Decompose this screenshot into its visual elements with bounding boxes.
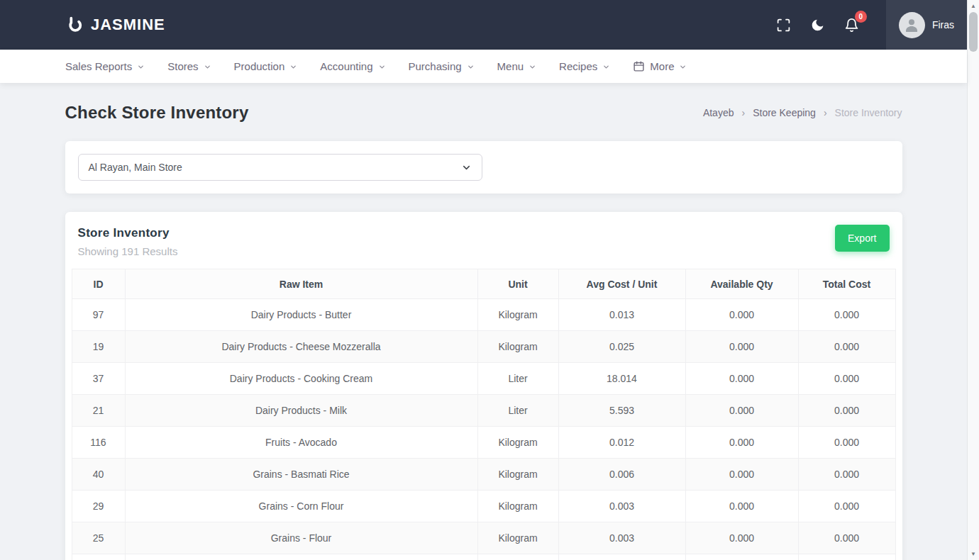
notifications-bell-icon[interactable]: 0 [844, 16, 861, 33]
calendar-icon [633, 60, 645, 72]
table-cell: 0.000 [798, 522, 895, 554]
table-cell: 0.000 [685, 363, 798, 395]
notification-badge: 0 [855, 11, 867, 23]
inventory-table-wrap: IDRaw ItemUnitAvg Cost / UnitAvailable Q… [72, 269, 896, 560]
breadcrumb-item[interactable]: Atayeb [703, 107, 734, 118]
table-cell: Dairy Products - Butter [125, 299, 477, 331]
table-cell: 0.000 [685, 491, 798, 522]
table-cell: 0.006 [558, 459, 685, 491]
table-cell: 0.000 [798, 459, 895, 491]
table-cell: 0.000 [685, 395, 798, 427]
menu-item-accounting[interactable]: Accounting [320, 60, 385, 72]
breadcrumb-item: Store Inventory [835, 107, 902, 118]
table-cell: 21 [72, 395, 125, 427]
column-header: Raw Item [125, 269, 477, 299]
table-cell: 0.015 [558, 554, 685, 560]
brand-logo[interactable]: JASMINE [65, 16, 165, 35]
column-header: Unit [477, 269, 558, 299]
table-cell: 0.000 [798, 554, 895, 560]
menu-item-production[interactable]: Production [234, 60, 298, 72]
column-header: ID [72, 269, 125, 299]
table-cell: Meat - Chicken Breast [125, 554, 477, 560]
inventory-title: Store Inventory [78, 226, 178, 240]
table-cell: Kilogram [477, 299, 558, 331]
table-row: 20Meat - Chicken BreastKilogram0.0150.00… [72, 554, 895, 560]
scrollbar-down-arrow[interactable]: ▼ [968, 548, 979, 560]
menu-item-sales-reports[interactable]: Sales Reports [65, 60, 145, 72]
table-cell: 37 [72, 363, 125, 395]
menu-item-stores[interactable]: Stores [167, 60, 211, 72]
breadcrumb: Atayeb›Store Keeping›Store Inventory [703, 107, 902, 118]
table-cell: 0.000 [798, 427, 895, 459]
menu-item-recipes[interactable]: Recipes [559, 60, 610, 72]
chevron-down-icon [289, 63, 297, 71]
table-cell: Kilogram [477, 331, 558, 363]
table-cell: 0.003 [558, 522, 685, 554]
results-count: Showing 191 Results [78, 245, 178, 257]
inventory-card-header: Store Inventory Showing 191 Results Expo… [78, 225, 890, 257]
table-cell: 19 [72, 331, 125, 363]
fullscreen-icon[interactable] [775, 16, 792, 33]
table-cell: 0.000 [798, 363, 895, 395]
table-cell: Kilogram [477, 427, 558, 459]
table-cell: 0.000 [685, 522, 798, 554]
table-cell: Dairy Products - Cooking Cream [125, 363, 477, 395]
menu-item-label: Stores [167, 60, 198, 72]
menu-item-label: Accounting [320, 60, 372, 72]
table-cell: Fruits - Avocado [125, 427, 477, 459]
menu-item-label: Recipes [559, 60, 597, 72]
avatar [899, 12, 925, 38]
breadcrumb-item[interactable]: Store Keeping [753, 107, 816, 118]
page-title: Check Store Inventory [65, 103, 249, 123]
menu-item-purchasing[interactable]: Purchasing [409, 60, 475, 72]
inventory-card: Store Inventory Showing 191 Results Expo… [65, 212, 902, 560]
table-cell: Kilogram [477, 522, 558, 554]
menu-item-menu[interactable]: Menu [497, 60, 537, 72]
table-cell: 20 [72, 554, 125, 560]
table-row: 25Grains - FlourKilogram0.0030.0000.000 [72, 522, 895, 554]
user-menu[interactable]: Firas [886, 0, 967, 50]
chevron-down-icon [137, 63, 145, 71]
page-region: JASMINE 0 [0, 0, 967, 560]
chevron-down-icon [461, 162, 472, 173]
chevron-down-icon [602, 63, 610, 71]
table-cell: 29 [72, 491, 125, 522]
page-content: Check Store Inventory Atayeb›Store Keepi… [65, 103, 902, 560]
table-cell: 0.012 [558, 427, 685, 459]
table-cell: 0.000 [798, 491, 895, 522]
table-row: 116Fruits - AvocadoKilogram0.0120.0000.0… [72, 427, 895, 459]
page-header: Check Store Inventory Atayeb›Store Keepi… [65, 103, 902, 123]
menu-item-label: Production [234, 60, 285, 72]
scrollbar[interactable]: ▲ ▼ [967, 0, 979, 560]
breadcrumb-separator: › [741, 107, 745, 118]
table-cell: 0.000 [685, 299, 798, 331]
jasmine-logo-icon [65, 16, 84, 35]
main-menu: Sales ReportsStoresProductionAccountingP… [0, 50, 967, 83]
top-navbar: JASMINE 0 [0, 0, 967, 50]
table-cell: 0.000 [798, 331, 895, 363]
table-cell: 116 [72, 427, 125, 459]
store-select[interactable]: Al Rayan, Main Store [78, 154, 482, 181]
chevron-down-icon [204, 63, 211, 71]
export-button[interactable]: Export [835, 225, 889, 252]
table-row: 21Dairy Products - MilkLiter5.5930.0000.… [72, 395, 895, 427]
table-cell: 18.014 [558, 363, 685, 395]
table-cell: 5.593 [558, 395, 685, 427]
table-cell: Grains - Basmati Rice [125, 459, 477, 491]
dark-mode-moon-icon[interactable] [809, 16, 826, 33]
breadcrumb-separator: › [824, 107, 827, 118]
user-name: Firas [932, 19, 954, 30]
inventory-heading-group: Store Inventory Showing 191 Results [78, 225, 178, 257]
table-cell: 0.003 [558, 491, 685, 522]
table-cell: 0.013 [558, 299, 685, 331]
scrollbar-thumb[interactable] [969, 12, 978, 52]
table-cell: 0.000 [798, 395, 895, 427]
table-cell: 0.000 [685, 331, 798, 363]
table-cell: 0.000 [685, 554, 798, 560]
scrollbar-up-arrow[interactable]: ▲ [968, 0, 979, 12]
table-cell: Grains - Corn Flour [125, 491, 477, 522]
table-cell: Kilogram [477, 554, 558, 560]
store-select-value: Al Rayan, Main Store [89, 162, 182, 173]
table-header-row: IDRaw ItemUnitAvg Cost / UnitAvailable Q… [72, 269, 895, 299]
menu-item-more[interactable]: More [633, 60, 687, 72]
